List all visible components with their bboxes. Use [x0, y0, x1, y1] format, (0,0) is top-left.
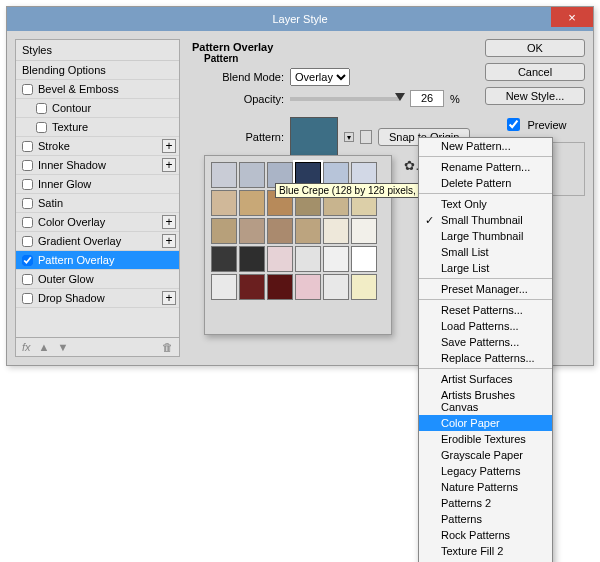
titlebar[interactable]: Layer Style ×: [7, 7, 593, 31]
percent-label: %: [450, 93, 460, 105]
pattern-swatch-item[interactable]: [295, 274, 321, 300]
style-row-inner-glow[interactable]: Inner Glow: [16, 175, 179, 194]
style-row-stroke[interactable]: Stroke+: [16, 137, 179, 156]
style-row-bevel-emboss[interactable]: Bevel & Emboss: [16, 80, 179, 99]
pattern-swatch-item[interactable]: [211, 190, 237, 216]
pattern-swatch-item[interactable]: [239, 274, 265, 300]
style-checkbox[interactable]: [22, 236, 33, 247]
pattern-swatch-item[interactable]: [211, 246, 237, 272]
style-row-contour[interactable]: Contour: [16, 99, 179, 118]
menu-item[interactable]: Save Patterns...: [419, 334, 552, 350]
pattern-swatch-item[interactable]: [351, 274, 377, 300]
fx-icon[interactable]: fx: [22, 341, 31, 353]
style-row-inner-shadow[interactable]: Inner Shadow+: [16, 156, 179, 175]
style-row-color-overlay[interactable]: Color Overlay+: [16, 213, 179, 232]
pattern-swatch-item[interactable]: [239, 162, 265, 188]
style-row-gradient-overlay[interactable]: Gradient Overlay+: [16, 232, 179, 251]
menu-item[interactable]: Legacy Patterns: [419, 463, 552, 479]
menu-item[interactable]: Preset Manager...: [419, 281, 552, 297]
blending-options[interactable]: Blending Options: [16, 61, 179, 80]
menu-item[interactable]: Patterns 2: [419, 495, 552, 511]
add-effect-icon[interactable]: +: [162, 234, 176, 248]
blend-mode-label: Blend Mode:: [216, 71, 284, 83]
style-checkbox[interactable]: [22, 293, 33, 304]
close-button[interactable]: ×: [551, 7, 593, 27]
opacity-slider[interactable]: [290, 97, 400, 101]
pattern-swatch[interactable]: [290, 117, 338, 157]
pattern-swatch-item[interactable]: [211, 274, 237, 300]
pattern-flyout-menu: New Pattern...Rename Pattern...Delete Pa…: [418, 137, 553, 562]
style-row-satin[interactable]: Satin: [16, 194, 179, 213]
menu-item[interactable]: Large List: [419, 260, 552, 276]
add-effect-icon[interactable]: +: [162, 215, 176, 229]
pattern-swatch-item[interactable]: [295, 246, 321, 272]
pattern-swatch-item[interactable]: [323, 274, 349, 300]
add-effect-icon[interactable]: +: [162, 139, 176, 153]
ok-button[interactable]: OK: [485, 39, 585, 57]
pattern-swatch-item[interactable]: [323, 246, 349, 272]
menu-item[interactable]: Large Thumbnail: [419, 228, 552, 244]
style-row-texture[interactable]: Texture: [16, 118, 179, 137]
menu-item[interactable]: Replace Patterns...: [419, 350, 552, 366]
gear-icon[interactable]: ✿.: [404, 158, 419, 173]
opacity-label: Opacity:: [216, 93, 284, 105]
menu-item[interactable]: Load Patterns...: [419, 318, 552, 334]
pattern-swatch-item[interactable]: [267, 246, 293, 272]
style-checkbox[interactable]: [22, 274, 33, 285]
menu-item[interactable]: Small List: [419, 244, 552, 260]
pattern-swatch-item[interactable]: [351, 218, 377, 244]
blend-mode-select[interactable]: Overlay: [290, 68, 350, 86]
menu-item[interactable]: Patterns: [419, 511, 552, 527]
add-effect-icon[interactable]: +: [162, 158, 176, 172]
style-row-outer-glow[interactable]: Outer Glow: [16, 270, 179, 289]
menu-item[interactable]: Erodible Textures: [419, 431, 552, 447]
pattern-swatch-item[interactable]: [267, 218, 293, 244]
pattern-swatch-item[interactable]: [295, 218, 321, 244]
pattern-dropdown-icon[interactable]: ▾: [344, 132, 354, 142]
style-row-pattern-overlay[interactable]: Pattern Overlay: [16, 251, 179, 270]
menu-item[interactable]: Artists Brushes Canvas: [419, 387, 552, 415]
style-checkbox[interactable]: [22, 141, 33, 152]
menu-item[interactable]: Rock Patterns: [419, 527, 552, 543]
style-checkbox[interactable]: [22, 198, 33, 209]
style-row-drop-shadow[interactable]: Drop Shadow+: [16, 289, 179, 308]
style-checkbox[interactable]: [36, 103, 47, 114]
menu-item[interactable]: Text Only: [419, 196, 552, 212]
new-style-button[interactable]: New Style...: [485, 87, 585, 105]
section-title: Pattern Overlay: [192, 41, 477, 53]
pattern-swatch-item[interactable]: [239, 218, 265, 244]
pattern-swatch-item[interactable]: [351, 246, 377, 272]
pattern-label: Pattern:: [216, 131, 284, 143]
menu-item[interactable]: Texture Fill 2: [419, 543, 552, 559]
menu-item[interactable]: Nature Patterns: [419, 479, 552, 495]
menu-item[interactable]: Grayscale Paper: [419, 447, 552, 463]
preview-checkbox[interactable]: Preview: [485, 115, 585, 134]
style-checkbox[interactable]: [22, 179, 33, 190]
menu-item[interactable]: Small Thumbnail✓: [419, 212, 552, 228]
menu-item[interactable]: Reset Patterns...: [419, 302, 552, 318]
style-checkbox[interactable]: [22, 84, 33, 95]
add-effect-icon[interactable]: +: [162, 291, 176, 305]
pattern-swatch-item[interactable]: [211, 162, 237, 188]
menu-item[interactable]: New Pattern...: [419, 138, 552, 154]
style-checkbox[interactable]: [22, 160, 33, 171]
opacity-value[interactable]: 26: [410, 90, 444, 107]
menu-item[interactable]: Color Paper: [419, 415, 552, 431]
pattern-swatch-item[interactable]: [239, 190, 265, 216]
pattern-swatch-item[interactable]: [267, 274, 293, 300]
new-preset-icon[interactable]: [360, 130, 372, 144]
styles-header[interactable]: Styles: [16, 40, 179, 61]
arrow-down-icon[interactable]: ▼: [57, 341, 68, 353]
menu-item[interactable]: Delete Pattern: [419, 175, 552, 191]
style-checkbox[interactable]: [36, 122, 47, 133]
menu-item[interactable]: Artist Surfaces: [419, 371, 552, 387]
pattern-swatch-item[interactable]: [323, 218, 349, 244]
arrow-up-icon[interactable]: ▲: [39, 341, 50, 353]
cancel-button[interactable]: Cancel: [485, 63, 585, 81]
style-checkbox[interactable]: [22, 255, 33, 266]
pattern-swatch-item[interactable]: [239, 246, 265, 272]
trash-icon[interactable]: 🗑: [162, 341, 173, 353]
pattern-swatch-item[interactable]: [211, 218, 237, 244]
menu-item[interactable]: Rename Pattern...: [419, 159, 552, 175]
style-checkbox[interactable]: [22, 217, 33, 228]
